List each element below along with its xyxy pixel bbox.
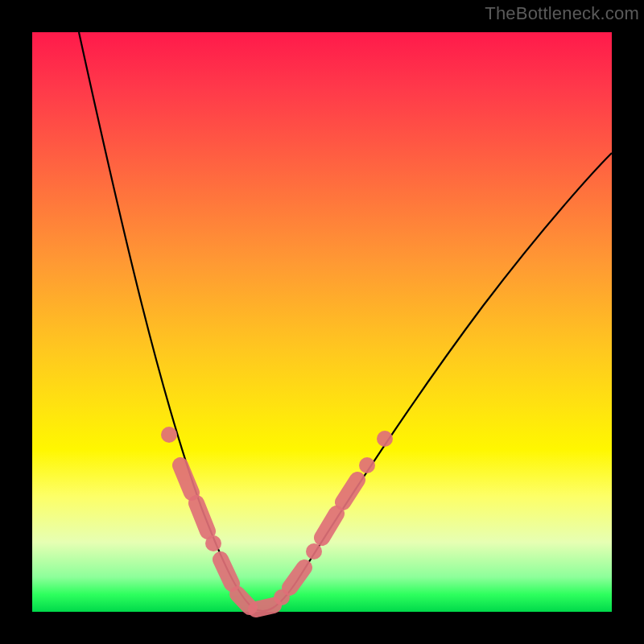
marker-dot xyxy=(359,457,375,473)
bottleneck-curve xyxy=(79,32,612,611)
marker-segment xyxy=(256,605,274,609)
marker-dot xyxy=(205,535,221,551)
marker-segment xyxy=(343,480,357,502)
marker-dot xyxy=(161,427,177,443)
gradient-plot-area xyxy=(32,32,612,612)
curve-layer xyxy=(32,32,612,612)
marker-segment xyxy=(290,568,304,588)
marker-dot xyxy=(306,543,322,559)
marker-segment xyxy=(196,503,208,531)
marker-segment xyxy=(237,594,250,607)
marker-segment xyxy=(322,514,336,538)
marker-segment xyxy=(180,465,192,493)
marker-segment xyxy=(221,559,232,584)
watermark-text: TheBottleneck.com xyxy=(485,3,639,24)
chart-frame: TheBottleneck.com xyxy=(0,0,644,644)
marker-dot xyxy=(377,431,393,447)
